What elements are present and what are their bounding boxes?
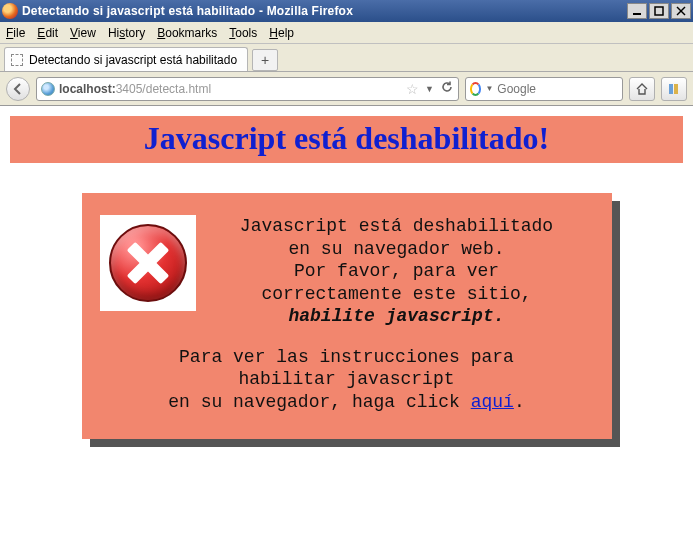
tab-active[interactable]: Detectando si javascript está habilitado bbox=[4, 47, 248, 71]
heading-banner: Javascript está deshabilitado! bbox=[10, 116, 683, 163]
reload-icon[interactable] bbox=[440, 80, 454, 97]
menu-view[interactable]: View bbox=[70, 26, 96, 40]
menu-help[interactable]: Help bbox=[269, 26, 294, 40]
url-bar[interactable]: localhost:3405/detecta.html ☆ ▼ bbox=[36, 77, 459, 101]
menu-history[interactable]: History bbox=[108, 26, 145, 40]
home-button[interactable] bbox=[629, 77, 655, 101]
instructions-link[interactable]: aquí bbox=[471, 392, 514, 412]
window-controls bbox=[627, 3, 691, 19]
google-icon bbox=[470, 82, 481, 96]
nav-toolbar: localhost:3405/detecta.html ☆ ▼ ▼ bbox=[0, 72, 693, 106]
warning-panel: Javascript está deshabilitado en su nave… bbox=[82, 193, 612, 439]
svg-rect-5 bbox=[674, 84, 678, 94]
page-viewport: Javascript está deshabilitado! Javascrip… bbox=[0, 106, 693, 545]
window-title: Detectando si javascript está habilitado… bbox=[22, 4, 627, 18]
bookmarks-button[interactable] bbox=[661, 77, 687, 101]
error-icon-box bbox=[100, 215, 196, 311]
page-heading: Javascript está deshabilitado! bbox=[10, 120, 683, 157]
new-tab-button[interactable]: + bbox=[252, 49, 278, 71]
tab-title: Detectando si javascript está habilitado bbox=[29, 53, 237, 67]
warn-line-8: en su navegador, haga click aquí. bbox=[100, 391, 594, 414]
menubar: File Edit View History Bookmarks Tools H… bbox=[0, 22, 693, 44]
url-text: localhost:3405/detecta.html bbox=[59, 82, 211, 96]
back-button[interactable] bbox=[6, 77, 30, 101]
dropdown-icon[interactable]: ▼ bbox=[425, 84, 434, 94]
warn-line-6: Para ver las instrucciones para bbox=[100, 346, 594, 369]
warn-line-7: habilitar javascript bbox=[100, 368, 594, 391]
error-x-icon bbox=[109, 224, 187, 302]
svg-rect-1 bbox=[655, 7, 663, 15]
menu-edit[interactable]: Edit bbox=[37, 26, 58, 40]
search-engine-dropdown-icon[interactable]: ▼ bbox=[485, 84, 493, 93]
search-box[interactable]: ▼ bbox=[465, 77, 623, 101]
close-button[interactable] bbox=[671, 3, 691, 19]
menu-bookmarks[interactable]: Bookmarks bbox=[157, 26, 217, 40]
minimize-button[interactable] bbox=[627, 3, 647, 19]
bookmark-star-icon[interactable]: ☆ bbox=[406, 81, 419, 97]
site-identity-icon bbox=[41, 82, 55, 96]
page-favicon-placeholder bbox=[11, 54, 23, 66]
svg-rect-4 bbox=[669, 84, 673, 94]
menu-tools[interactable]: Tools bbox=[229, 26, 257, 40]
search-input[interactable] bbox=[497, 82, 618, 96]
maximize-button[interactable] bbox=[649, 3, 669, 19]
firefox-icon bbox=[2, 3, 18, 19]
menu-file[interactable]: File bbox=[6, 26, 25, 40]
tabstrip: Detectando si javascript está habilitado… bbox=[0, 44, 693, 72]
window-titlebar: Detectando si javascript está habilitado… bbox=[0, 0, 693, 22]
